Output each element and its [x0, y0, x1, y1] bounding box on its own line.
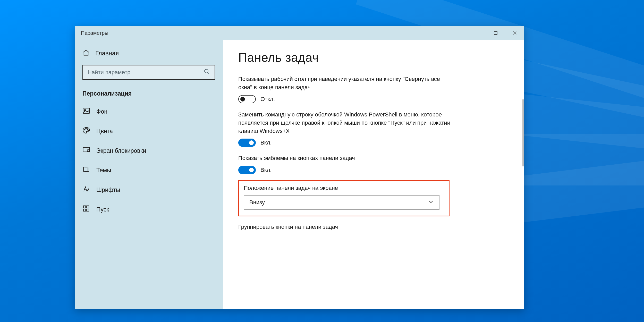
- sidebar-item-label: Темы: [96, 167, 111, 174]
- search-placeholder: Найти параметр: [88, 69, 130, 76]
- sidebar: Главная Найти параметр Персонализация: [75, 40, 223, 309]
- svg-rect-18: [87, 209, 89, 211]
- palette-icon: [82, 126, 90, 136]
- content-pane: Панель задач Показывать рабочий стол при…: [223, 40, 524, 309]
- toggle-state-label: Вкл.: [260, 139, 272, 146]
- svg-rect-13: [87, 150, 89, 151]
- sidebar-item-background[interactable]: Фон: [75, 102, 223, 121]
- svg-point-11: [88, 130, 89, 131]
- svg-point-8: [84, 129, 85, 130]
- highlighted-taskbar-position: Положение панели задач на экране Внизу: [238, 180, 450, 216]
- sidebar-item-colors[interactable]: Цвета: [75, 121, 223, 141]
- minimize-button[interactable]: [467, 26, 486, 40]
- maximize-button[interactable]: [486, 26, 505, 40]
- sidebar-item-label: Пуск: [96, 206, 109, 213]
- sidebar-item-label: Экран блокировки: [96, 147, 146, 154]
- home-nav[interactable]: Главная: [75, 45, 223, 61]
- svg-rect-1: [494, 31, 497, 35]
- sidebar-item-label: Шрифты: [96, 187, 120, 193]
- toggle-state-label: Вкл.: [260, 167, 272, 173]
- sidebar-nav: Фон Цвета Экран блокировки: [75, 102, 223, 219]
- window-title: Параметры: [75, 30, 108, 36]
- titlebar: Параметры: [75, 26, 524, 40]
- setting-grouping-label: Группировать кнопки на панели задач: [238, 216, 509, 230]
- close-button[interactable]: [505, 26, 524, 40]
- taskbar-position-dropdown[interactable]: Внизу: [244, 195, 439, 210]
- svg-line-5: [208, 72, 209, 74]
- desktop-wallpaper: Параметры Главная: [0, 0, 644, 322]
- setting-text: Заменить командную строку оболочкой Wind…: [238, 111, 455, 135]
- svg-point-9: [86, 128, 86, 129]
- toggle-state-label: Откл.: [260, 96, 275, 103]
- lockscreen-icon: [82, 146, 90, 155]
- window-body: Главная Найти параметр Персонализация: [75, 40, 524, 309]
- svg-point-10: [87, 129, 88, 129]
- picture-icon: [82, 107, 90, 116]
- svg-rect-17: [83, 209, 86, 211]
- toggle-powershell[interactable]: [238, 139, 256, 147]
- svg-rect-14: [83, 167, 88, 172]
- dropdown-value: Внизу: [249, 199, 265, 206]
- setting-text: Показывать рабочий стол при наведении ук…: [238, 75, 455, 91]
- home-icon: [82, 49, 90, 58]
- setting-peek-desktop: Показывать рабочий стол при наведении ук…: [238, 72, 455, 108]
- sidebar-item-themes[interactable]: Темы: [75, 160, 223, 180]
- setting-label: Положение панели задач на экране: [244, 185, 444, 195]
- setting-powershell: Заменить командную строку оболочкой Wind…: [238, 108, 455, 152]
- window-controls: [467, 26, 524, 40]
- page-title: Панель задач: [238, 40, 509, 72]
- setting-badges: Показать эмблемы на кнопках панели задач…: [238, 151, 455, 179]
- sidebar-section-label: Персонализация: [75, 82, 223, 102]
- home-label: Главная: [95, 50, 119, 57]
- start-icon: [82, 205, 90, 214]
- sidebar-item-label: Фон: [96, 108, 107, 115]
- settings-window: Параметры Главная: [75, 26, 524, 309]
- scrollbar[interactable]: [522, 99, 524, 166]
- chevron-down-icon: [428, 199, 434, 206]
- setting-text: Показать эмблемы на кнопках панели задач: [238, 154, 455, 162]
- sidebar-item-lockscreen[interactable]: Экран блокировки: [75, 141, 223, 160]
- svg-rect-16: [87, 206, 89, 208]
- sidebar-item-label: Цвета: [96, 128, 113, 135]
- toggle-peek-desktop[interactable]: [238, 95, 256, 103]
- sidebar-item-fonts[interactable]: Шрифты: [75, 180, 223, 200]
- svg-rect-15: [83, 206, 86, 208]
- search-icon: [204, 69, 210, 76]
- svg-point-4: [205, 69, 208, 73]
- search-input[interactable]: Найти параметр: [82, 65, 215, 80]
- themes-icon: [82, 166, 90, 175]
- fonts-icon: [82, 185, 90, 194]
- toggle-badges[interactable]: [238, 166, 256, 174]
- sidebar-item-start[interactable]: Пуск: [75, 200, 223, 219]
